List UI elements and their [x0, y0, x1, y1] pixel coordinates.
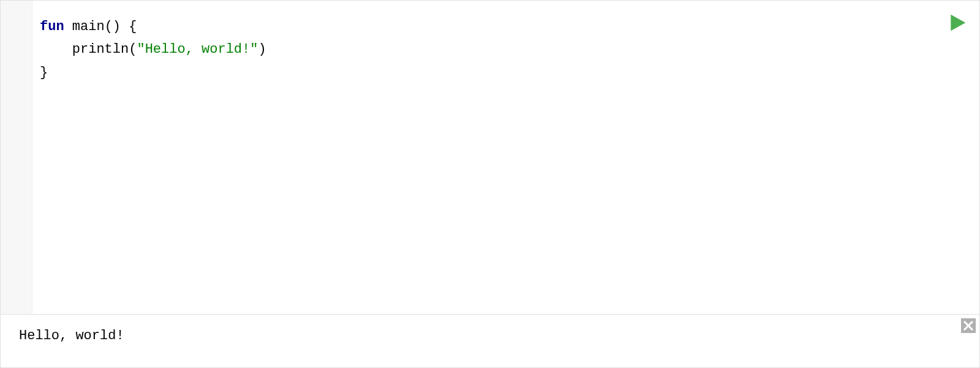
- code-line: fun main() {: [40, 15, 972, 38]
- close-icon: [961, 318, 976, 333]
- code-token: main: [72, 19, 105, 34]
- play-icon: [948, 13, 967, 33]
- code-token: println(: [40, 42, 137, 57]
- code-line: }: [40, 61, 972, 84]
- editor-gutter: [1, 1, 32, 314]
- output-panel: Hello, world!: [1, 315, 979, 367]
- close-output-button[interactable]: [961, 318, 976, 333]
- code-playground: fun main() { println("Hello, world!")} H…: [0, 0, 980, 368]
- code-editor-area: fun main() { println("Hello, world!")}: [1, 1, 979, 315]
- output-text: Hello, world!: [19, 328, 961, 343]
- code-token: [64, 19, 72, 34]
- code-token: }: [40, 65, 48, 80]
- run-button[interactable]: [946, 12, 968, 34]
- code-token: ): [258, 42, 266, 57]
- code-token: fun: [40, 19, 64, 34]
- code-token: "Hello, world!": [137, 42, 258, 57]
- code-editor[interactable]: fun main() { println("Hello, world!")}: [32, 1, 979, 314]
- code-token: () {: [105, 19, 137, 34]
- code-line: println("Hello, world!"): [40, 38, 972, 61]
- svg-marker-0: [951, 15, 965, 31]
